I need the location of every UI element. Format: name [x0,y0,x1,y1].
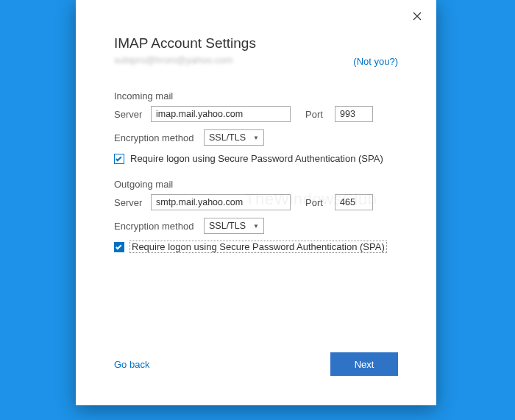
incoming-port-label: Port [305,109,327,120]
outgoing-server-label: Server [114,197,143,208]
account-email: subipro@hroni@yahoo.com [114,54,233,65]
outgoing-spa-label: Require logon using Secure Password Auth… [130,241,386,252]
incoming-encryption-select[interactable]: SSL/TLS ▼ [204,129,264,146]
outgoing-port-label: Port [305,197,327,208]
dialog-title: IMAP Account Settings [114,35,398,51]
incoming-server-input[interactable] [151,106,291,122]
incoming-port-input[interactable] [335,106,373,122]
chevron-down-icon: ▼ [253,223,259,229]
incoming-encryption-value: SSL/TLS [209,132,246,143]
close-icon[interactable] [408,7,426,25]
incoming-heading: Incoming mail [114,90,398,102]
chevron-down-icon: ▼ [253,135,259,141]
outgoing-spa-checkbox[interactable] [114,242,124,252]
go-back-link[interactable]: Go back [114,359,149,370]
imap-settings-dialog: IMAP Account Settings subipro@hroni@yaho… [76,0,436,405]
outgoing-encryption-label: Encryption method [114,221,196,232]
incoming-server-label: Server [114,109,143,120]
next-button[interactable]: Next [330,352,398,376]
incoming-spa-checkbox[interactable] [114,154,124,164]
incoming-encryption-label: Encryption method [114,132,196,143]
outgoing-heading: Outgoing mail [114,179,398,190]
outgoing-server-input[interactable] [151,194,291,210]
outgoing-encryption-select[interactable]: SSL/TLS ▼ [204,218,264,234]
outgoing-encryption-value: SSL/TLS [209,221,246,231]
incoming-spa-label: Require logon using Secure Password Auth… [130,153,383,164]
not-you-link[interactable]: (Not you?) [353,54,398,67]
outgoing-port-input[interactable] [335,194,373,210]
